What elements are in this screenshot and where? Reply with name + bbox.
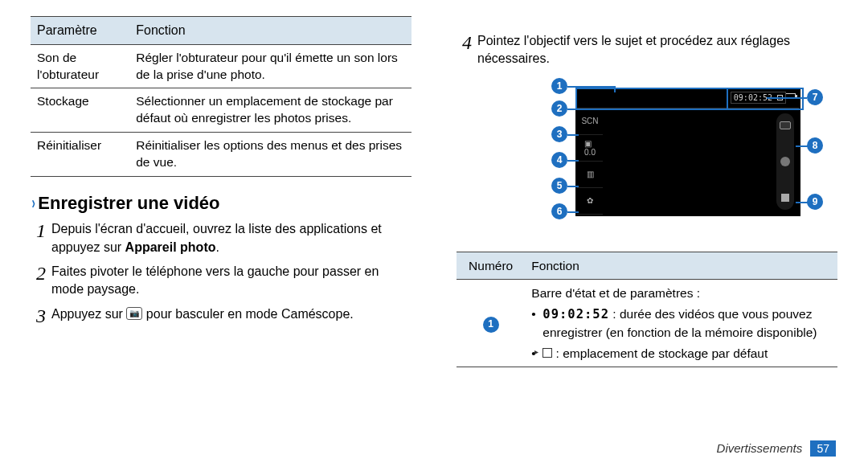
callout-6: 6 bbox=[551, 203, 567, 219]
scene-mode-icon: SCN bbox=[577, 109, 603, 135]
bullet-item: : emplacement de stockage par défaut bbox=[531, 345, 831, 362]
step-4: 4 Pointez l'objectif vers le sujet et pr… bbox=[457, 32, 837, 68]
chevron-icon: › bbox=[31, 193, 35, 214]
callout-1: 1 bbox=[551, 78, 567, 94]
stop-icon bbox=[781, 194, 789, 202]
step-text: Faites pivoter le téléphone vers la gauc… bbox=[51, 263, 411, 299]
step-1: 1 Depuis l'écran d'accueil, ouvrez la li… bbox=[31, 220, 411, 256]
table-row: 1 Barre d'état et de paramètres : 09:02:… bbox=[457, 280, 837, 367]
exposure-icon: ▣0.0 bbox=[577, 135, 603, 162]
footer-section: Divertissements bbox=[717, 441, 803, 455]
right-column: 4 Pointez l'objectif vers le sujet et pr… bbox=[434, 0, 868, 471]
param-cell: Son de l'obturateur bbox=[31, 44, 129, 88]
table-row: Son de l'obturateur Régler l'obturateur … bbox=[31, 44, 411, 88]
callout-cell: 1 bbox=[457, 280, 525, 367]
callout-desc: Barre d'état et de paramètres : 09:02:52… bbox=[525, 280, 837, 367]
step-number: 3 bbox=[31, 305, 51, 326]
callout-bullets: 09:02:52 : durée des vidéos que vous pou… bbox=[531, 305, 831, 362]
callout-badge-1: 1 bbox=[483, 317, 499, 333]
settings-table: Paramètre Fonction Son de l'obturateur R… bbox=[31, 16, 411, 177]
callout-desc-title: Barre d'état et de paramètres : bbox=[531, 286, 700, 300]
step-text: Pointez l'objectif vers le sujet et proc… bbox=[477, 32, 837, 68]
callout-2: 2 bbox=[551, 100, 567, 117]
step-3: 3 Appuyez sur pour basculer en mode Camé… bbox=[31, 305, 411, 326]
page-footer: Divertissements 57 bbox=[717, 440, 836, 457]
step-number: 2 bbox=[31, 263, 51, 299]
settings-head-func: Fonction bbox=[129, 17, 411, 45]
record-icon bbox=[780, 157, 790, 166]
camera-leftbar: SCN ▣0.0 ▥ ✿ bbox=[577, 109, 603, 215]
param-cell: Stockage bbox=[31, 88, 129, 133]
callout-7: 7 bbox=[807, 89, 823, 105]
func-cell: Sélectionner un emplacement de stockage … bbox=[129, 88, 411, 133]
section-heading: ›Enregistrer une vidéo bbox=[31, 193, 411, 214]
bullet-item: 09:02:52 : durée des vidéos que vous pou… bbox=[531, 305, 831, 341]
callout-5: 5 bbox=[551, 178, 567, 194]
callout-9: 9 bbox=[807, 194, 823, 210]
func-cell: Régler l'obturateur pour qu'il émette un… bbox=[129, 44, 411, 88]
page-number: 57 bbox=[810, 440, 836, 457]
step-number: 1 bbox=[31, 220, 51, 256]
step-bold: Appareil photo bbox=[125, 240, 216, 254]
callout-table: Numéro Fonction 1 Barre d'état et de par… bbox=[457, 252, 837, 367]
settings-gear-icon: ✿ bbox=[577, 188, 603, 215]
step-pre: Appuyez sur bbox=[51, 307, 126, 321]
callout-3: 3 bbox=[551, 126, 567, 142]
col-numero: Numéro bbox=[457, 252, 525, 280]
step-2: 2 Faites pivoter le téléphone vers la ga… bbox=[31, 263, 411, 299]
callout-8: 8 bbox=[807, 137, 823, 154]
timer-icon: ▥ bbox=[577, 162, 603, 188]
param-cell: Réinitialiser bbox=[31, 133, 129, 177]
photo-mode-icon bbox=[780, 121, 791, 129]
func-cell: Réinitialiser les options des menus et d… bbox=[129, 133, 411, 177]
step-text: Appuyez sur pour basculer en mode Camésc… bbox=[51, 305, 411, 326]
camera-rightbar bbox=[776, 113, 794, 210]
left-column: Paramètre Fonction Son de l'obturateur R… bbox=[0, 0, 434, 471]
storage-icon bbox=[542, 348, 552, 358]
step-text: Depuis l'écran d'accueil, ouvrez la list… bbox=[51, 220, 411, 256]
callout-4: 4 bbox=[551, 152, 567, 168]
camera-screen: 09:02:52 SCN ▣0.0 ▥ ✿ bbox=[575, 88, 800, 216]
step-post: pour basculer en mode Caméscope. bbox=[142, 307, 353, 321]
col-fonction: Fonction bbox=[525, 252, 837, 280]
table-row: Réinitialiser Réinitialiser les options … bbox=[31, 133, 411, 177]
camera-icon bbox=[126, 307, 142, 320]
step-number: 4 bbox=[457, 32, 477, 68]
table-row: Stockage Sélectionner un emplacement de … bbox=[31, 88, 411, 133]
step-post: . bbox=[216, 240, 219, 254]
section-title-text: Enregistrer une vidéo bbox=[38, 193, 219, 213]
camera-diagram: 09:02:52 SCN ▣0.0 ▥ ✿ 1 2 3 4 bbox=[527, 80, 825, 240]
camera-topbar: 09:02:52 bbox=[577, 89, 799, 109]
bullet-text: : emplacement de stockage par défaut bbox=[552, 346, 768, 360]
time-glyph: 09:02:52 bbox=[542, 307, 609, 322]
settings-head-param: Paramètre bbox=[31, 17, 129, 45]
